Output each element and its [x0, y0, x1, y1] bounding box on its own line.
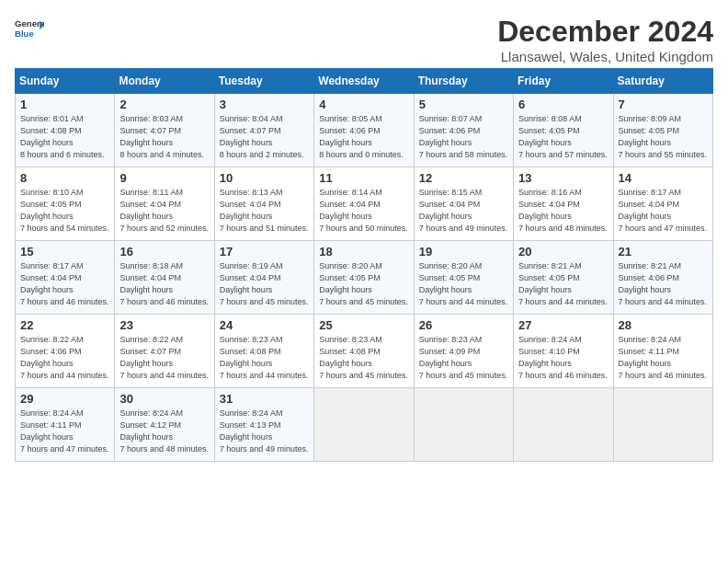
day-number: 28: [619, 318, 708, 332]
day-cell: [314, 388, 414, 462]
day-cell: 6Sunrise: 8:08 AMSunset: 4:05 PMDaylight…: [514, 94, 613, 167]
day-number: 23: [119, 318, 209, 332]
day-number: 5: [419, 98, 508, 111]
day-info: Sunrise: 8:24 AMSunset: 4:11 PMDaylight …: [619, 334, 708, 382]
day-cell: 24Sunrise: 8:23 AMSunset: 4:08 PMDayligh…: [214, 315, 313, 388]
day-cell: 5Sunrise: 8:07 AMSunset: 4:06 PMDaylight…: [414, 94, 513, 167]
day-cell: 15Sunrise: 8:17 AMSunset: 4:04 PMDayligh…: [16, 241, 115, 315]
weekday-header-friday: Friday: [514, 69, 613, 94]
day-info: Sunrise: 8:01 AMSunset: 4:08 PMDaylight …: [20, 113, 109, 161]
day-cell: 8Sunrise: 8:10 AMSunset: 4:05 PMDaylight…: [16, 167, 115, 241]
day-number: 1: [20, 98, 109, 111]
day-cell: [414, 388, 513, 462]
day-number: 20: [518, 245, 608, 259]
day-cell: 11Sunrise: 8:14 AMSunset: 4:04 PMDayligh…: [314, 167, 414, 241]
day-info: Sunrise: 8:24 AMSunset: 4:13 PMDaylight …: [220, 408, 309, 455]
day-cell: 4Sunrise: 8:05 AMSunset: 4:06 PMDaylight…: [314, 94, 414, 167]
day-info: Sunrise: 8:13 AMSunset: 4:04 PMDaylight …: [220, 187, 309, 235]
day-info: Sunrise: 8:17 AMSunset: 4:04 PMDaylight …: [619, 187, 708, 235]
day-cell: 23Sunrise: 8:22 AMSunset: 4:07 PMDayligh…: [115, 315, 214, 388]
day-number: 31: [220, 392, 309, 406]
day-cell: 29Sunrise: 8:24 AMSunset: 4:11 PMDayligh…: [16, 388, 115, 462]
week-row-5: 29Sunrise: 8:24 AMSunset: 4:11 PMDayligh…: [16, 388, 713, 462]
day-info: Sunrise: 8:22 AMSunset: 4:06 PMDaylight …: [20, 334, 109, 382]
day-cell: 27Sunrise: 8:24 AMSunset: 4:10 PMDayligh…: [514, 315, 613, 388]
day-cell: 9Sunrise: 8:11 AMSunset: 4:04 PMDaylight…: [115, 167, 214, 241]
day-number: 10: [220, 171, 309, 185]
day-cell: 2Sunrise: 8:03 AMSunset: 4:07 PMDaylight…: [115, 94, 214, 167]
day-number: 25: [319, 318, 408, 332]
day-info: Sunrise: 8:05 AMSunset: 4:06 PMDaylight …: [319, 113, 408, 161]
day-cell: 22Sunrise: 8:22 AMSunset: 4:06 PMDayligh…: [16, 315, 115, 388]
day-info: Sunrise: 8:14 AMSunset: 4:04 PMDaylight …: [319, 187, 408, 235]
day-info: Sunrise: 8:24 AMSunset: 4:10 PMDaylight …: [518, 334, 608, 382]
day-number: 11: [319, 171, 408, 185]
day-number: 2: [119, 98, 209, 111]
day-number: 12: [419, 171, 508, 185]
day-info: Sunrise: 8:17 AMSunset: 4:04 PMDaylight …: [20, 260, 109, 308]
day-info: Sunrise: 8:22 AMSunset: 4:07 PMDaylight …: [119, 334, 209, 382]
day-number: 6: [518, 98, 608, 111]
day-number: 9: [119, 171, 209, 185]
day-number: 21: [619, 245, 708, 259]
day-info: Sunrise: 8:11 AMSunset: 4:04 PMDaylight …: [119, 187, 209, 235]
day-info: Sunrise: 8:07 AMSunset: 4:06 PMDaylight …: [419, 113, 508, 161]
day-info: Sunrise: 8:16 AMSunset: 4:04 PMDaylight …: [518, 187, 608, 235]
day-cell: 7Sunrise: 8:09 AMSunset: 4:05 PMDaylight…: [613, 94, 712, 167]
day-cell: 10Sunrise: 8:13 AMSunset: 4:04 PMDayligh…: [214, 167, 313, 241]
weekday-header-monday: Monday: [115, 69, 214, 94]
day-cell: 18Sunrise: 8:20 AMSunset: 4:05 PMDayligh…: [314, 241, 414, 315]
day-number: 24: [220, 318, 309, 332]
day-number: 15: [20, 245, 109, 259]
day-info: Sunrise: 8:23 AMSunset: 4:08 PMDaylight …: [319, 334, 408, 382]
logo-icon: General Blue: [15, 15, 44, 44]
week-row-1: 1Sunrise: 8:01 AMSunset: 4:08 PMDaylight…: [16, 94, 713, 167]
day-info: Sunrise: 8:08 AMSunset: 4:05 PMDaylight …: [518, 113, 608, 161]
day-info: Sunrise: 8:18 AMSunset: 4:04 PMDaylight …: [119, 260, 209, 308]
day-number: 4: [319, 98, 408, 111]
day-number: 3: [220, 98, 309, 111]
day-info: Sunrise: 8:21 AMSunset: 4:05 PMDaylight …: [518, 260, 608, 308]
day-info: Sunrise: 8:21 AMSunset: 4:06 PMDaylight …: [619, 260, 708, 308]
day-cell: 14Sunrise: 8:17 AMSunset: 4:04 PMDayligh…: [613, 167, 712, 241]
day-info: Sunrise: 8:23 AMSunset: 4:09 PMDaylight …: [419, 334, 508, 382]
week-row-2: 8Sunrise: 8:10 AMSunset: 4:05 PMDaylight…: [16, 167, 713, 241]
day-number: 13: [518, 171, 608, 185]
day-info: Sunrise: 8:24 AMSunset: 4:11 PMDaylight …: [20, 408, 109, 455]
day-number: 17: [220, 245, 309, 259]
month-title: December 2024: [497, 15, 713, 49]
weekday-header-tuesday: Tuesday: [214, 69, 313, 94]
day-info: Sunrise: 8:09 AMSunset: 4:05 PMDaylight …: [619, 113, 708, 161]
day-cell: 25Sunrise: 8:23 AMSunset: 4:08 PMDayligh…: [314, 315, 414, 388]
day-number: 18: [319, 245, 408, 259]
day-cell: [613, 388, 712, 462]
day-number: 19: [419, 245, 508, 259]
day-info: Sunrise: 8:24 AMSunset: 4:12 PMDaylight …: [119, 408, 209, 455]
weekday-header-thursday: Thursday: [414, 69, 513, 94]
weekday-header-saturday: Saturday: [613, 69, 712, 94]
day-cell: 3Sunrise: 8:04 AMSunset: 4:07 PMDaylight…: [214, 94, 313, 167]
day-cell: 20Sunrise: 8:21 AMSunset: 4:05 PMDayligh…: [514, 241, 613, 315]
day-info: Sunrise: 8:04 AMSunset: 4:07 PMDaylight …: [220, 113, 309, 161]
day-number: 27: [518, 318, 608, 332]
day-info: Sunrise: 8:19 AMSunset: 4:04 PMDaylight …: [220, 260, 309, 308]
day-number: 14: [619, 171, 708, 185]
day-cell: 31Sunrise: 8:24 AMSunset: 4:13 PMDayligh…: [214, 388, 313, 462]
day-cell: 26Sunrise: 8:23 AMSunset: 4:09 PMDayligh…: [414, 315, 513, 388]
day-cell: 16Sunrise: 8:18 AMSunset: 4:04 PMDayligh…: [115, 241, 214, 315]
calendar-table: SundayMondayTuesdayWednesdayThursdayFrid…: [15, 68, 713, 462]
weekday-header-row: SundayMondayTuesdayWednesdayThursdayFrid…: [16, 69, 713, 94]
weekday-header-sunday: Sunday: [16, 69, 115, 94]
day-cell: 21Sunrise: 8:21 AMSunset: 4:06 PMDayligh…: [613, 241, 712, 315]
day-number: 7: [619, 98, 708, 111]
day-cell: 12Sunrise: 8:15 AMSunset: 4:04 PMDayligh…: [414, 167, 513, 241]
location-title: Llansawel, Wales, United Kingdom: [497, 49, 713, 64]
day-info: Sunrise: 8:20 AMSunset: 4:05 PMDaylight …: [419, 260, 508, 308]
day-info: Sunrise: 8:03 AMSunset: 4:07 PMDaylight …: [119, 113, 209, 161]
title-area: December 2024 Llansawel, Wales, United K…: [497, 15, 713, 64]
day-cell: 1Sunrise: 8:01 AMSunset: 4:08 PMDaylight…: [16, 94, 115, 167]
svg-text:Blue: Blue: [15, 29, 34, 39]
day-cell: 28Sunrise: 8:24 AMSunset: 4:11 PMDayligh…: [613, 315, 712, 388]
day-number: 30: [119, 392, 209, 406]
week-row-4: 22Sunrise: 8:22 AMSunset: 4:06 PMDayligh…: [16, 315, 713, 388]
